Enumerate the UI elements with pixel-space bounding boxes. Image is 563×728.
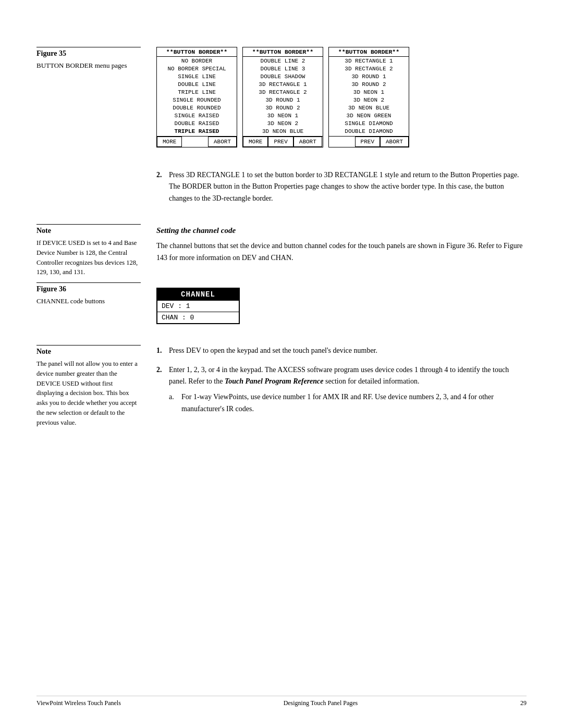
menu-table-1-item-5: SINGLE ROUNDED	[157, 96, 237, 104]
menu-table-2-item-5: 3D ROUND 1	[243, 96, 323, 104]
step-enter-num: 2.	[156, 364, 165, 415]
step-enter-content: Enter 1, 2, 3, or 4 in the keypad. The A…	[169, 364, 527, 415]
menu-table-3-item-9: DOUBLE DIAMOND	[329, 127, 409, 135]
channel-code-box: CHANNEL DEV : 1 CHAN : 0	[156, 288, 240, 324]
menu-table-1-item-9: TRIPLE RAISED	[157, 127, 237, 135]
menu-table-1-item-1: NO BORDER SPECIAL	[157, 65, 237, 72]
menu-table-1-header: **BUTTON BORDER**	[157, 47, 237, 57]
menu-table-3-item-4: 3D NEON 1	[329, 88, 409, 96]
menu-table-1: **BUTTON BORDER** NO BORDER NO BORDER SP…	[156, 47, 237, 147]
sub-item-a-label: a.	[169, 391, 177, 415]
step-press-dev-item: 1. Press DEV to open the keypad and set …	[156, 345, 527, 356]
figure36-caption: CHANNEL code buttons	[36, 297, 141, 306]
channel-box-dev: DEV : 1	[157, 300, 239, 312]
menu-table-1-buttons: MORE ABORT	[157, 136, 237, 147]
menu-table-2-prev-btn[interactable]: PREV	[268, 137, 293, 147]
menu-table-3-item-7: 3D NEON GREEN	[329, 112, 409, 119]
channel-box-header: CHANNEL	[157, 289, 239, 300]
note1-label: Note	[36, 224, 141, 235]
menu-table-1-item-8: DOUBLE RAISED	[157, 119, 237, 127]
menu-table-3-item-1: 3D RECTANGLE 2	[329, 65, 409, 72]
figure35-caption: BUTTON BORDER menu pages	[36, 61, 141, 70]
menu-table-3-abort-btn[interactable]: ABORT	[380, 137, 409, 147]
menu-table-2-more-btn[interactable]: MORE	[243, 137, 268, 147]
menu-table-2-abort-btn[interactable]: ABORT	[293, 137, 322, 147]
menu-table-3-prev-btn[interactable]: PREV	[355, 137, 380, 147]
menu-table-3-item-8: SINGLE DIAMOND	[329, 119, 409, 127]
footer-page: 29	[520, 699, 527, 707]
step-3drect-text: Press 3D RECTANGLE 1 to set the button b…	[169, 169, 527, 204]
menu-table-1-abort-btn[interactable]: ABORT	[208, 137, 237, 147]
menu-table-1-item-6: DOUBLE ROUNDED	[157, 104, 237, 112]
footer-right: Designing Touch Panel Pages	[284, 699, 358, 707]
step-enter-item: 2. Enter 1, 2, 3, or 4 in the keypad. Th…	[156, 364, 527, 415]
sub-item-a: a. For 1-way ViewPoints, use device numb…	[169, 391, 527, 415]
menu-table-2-item-0: DOUBLE LINE 2	[243, 57, 323, 65]
menu-table-3-item-2: 3D ROUND 1	[329, 72, 409, 80]
menu-table-1-item-2: SINGLE LINE	[157, 72, 237, 80]
menu-table-3: **BUTTON BORDER** 3D RECTANGLE 1 3D RECT…	[328, 47, 409, 147]
menu-table-1-item-0: NO BORDER	[157, 57, 237, 65]
menu-table-2-item-7: 3D NEON 1	[243, 112, 323, 119]
page-footer: ViewPoint Wireless Touch Panels Designin…	[36, 696, 527, 707]
menu-table-2: **BUTTON BORDER** DOUBLE LINE 2 DOUBLE L…	[242, 47, 323, 147]
menu-table-2-header: **BUTTON BORDER**	[243, 47, 323, 57]
step-3drect-item: 2. Press 3D RECTANGLE 1 to set the butto…	[156, 169, 527, 204]
menu-table-2-item-2: DOUBLE SHADOW	[243, 72, 323, 80]
menu-table-1-item-7: SINGLE RAISED	[157, 112, 237, 119]
note2-text: The panel will not allow you to enter a …	[36, 359, 141, 427]
menu-table-2-item-6: 3D ROUND 2	[243, 104, 323, 112]
note2-label: Note	[36, 345, 141, 356]
step-enter-end: section for detailed information.	[325, 377, 419, 385]
menu-table-3-item-3: 3D ROUND 2	[329, 80, 409, 88]
menu-table-2-item-3: 3D RECTANGLE 1	[243, 80, 323, 88]
menu-table-1-item-3: DOUBLE LINE	[157, 80, 237, 88]
menu-table-2-buttons: MORE PREV ABORT	[243, 136, 323, 147]
menu-table-1-item-4: TRIPLE LINE	[157, 88, 237, 96]
sub-item-a-text: For 1-way ViewPoints, use device number …	[181, 391, 527, 415]
note1-text: If DEVICE USED is set to 4 and Base Devi…	[36, 238, 141, 277]
menu-table-3-buttons: PREV ABORT	[329, 136, 409, 147]
menu-tables-area: **BUTTON BORDER** NO BORDER NO BORDER SP…	[156, 47, 527, 147]
menu-table-1-more-btn[interactable]: MORE	[157, 137, 182, 147]
menu-table-2-item-4: 3D RECTANGLE 2	[243, 88, 323, 96]
menu-table-2-item-8: 3D NEON 2	[243, 119, 323, 127]
step-enter-italic: Touch Panel Program Reference	[225, 377, 324, 385]
section-intro-text: The channel buttons that set the device …	[156, 240, 527, 264]
channel-box-chan: CHAN : 0	[157, 312, 239, 323]
menu-table-2-item-1: DOUBLE LINE 3	[243, 65, 323, 72]
section-heading-channel: Setting the channel code	[156, 226, 527, 235]
menu-table-3-item-6: 3D NEON BLUE	[329, 104, 409, 112]
step-3drect-num: 2.	[156, 169, 165, 204]
figure36-label: Figure 36	[36, 282, 141, 293]
step-press-dev-num: 1.	[156, 345, 165, 356]
step-press-dev-text: Press DEV to open the keypad and set the…	[169, 345, 377, 356]
menu-table-3-header: **BUTTON BORDER**	[329, 47, 409, 57]
figure35-label: Figure 35	[36, 47, 141, 58]
menu-table-3-item-0: 3D RECTANGLE 1	[329, 57, 409, 65]
menu-table-3-item-5: 3D NEON 2	[329, 96, 409, 104]
menu-table-2-item-9: 3D NEON BLUE	[243, 127, 323, 135]
footer-left: ViewPoint Wireless Touch Panels	[36, 699, 121, 707]
